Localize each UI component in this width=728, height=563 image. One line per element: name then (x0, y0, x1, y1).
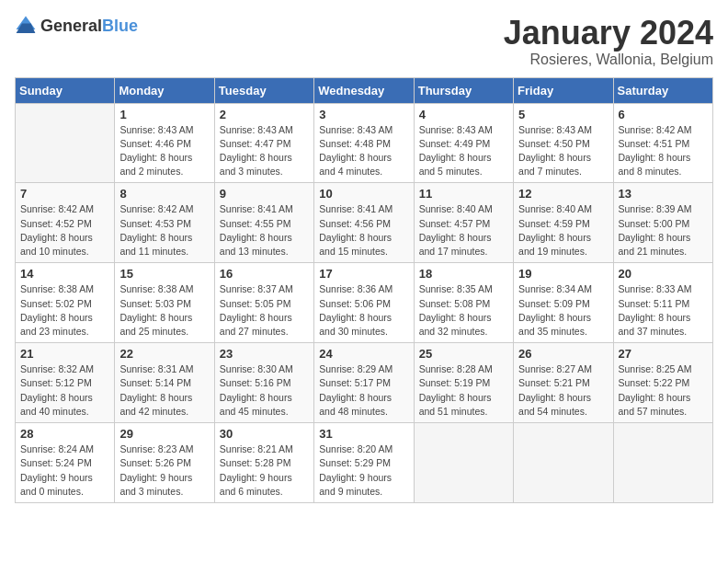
day-number: 17 (319, 267, 408, 281)
logo-icon (15, 15, 37, 37)
day-info: Sunrise: 8:20 AMSunset: 5:29 PMDaylight:… (319, 442, 408, 499)
day-info: Sunrise: 8:25 AMSunset: 5:22 PMDaylight:… (619, 362, 708, 419)
day-cell: 13Sunrise: 8:39 AMSunset: 5:00 PMDayligh… (613, 183, 712, 263)
day-cell: 16Sunrise: 8:37 AMSunset: 5:05 PMDayligh… (214, 263, 313, 343)
day-info: Sunrise: 8:41 AMSunset: 4:56 PMDaylight:… (319, 202, 408, 259)
day-number: 26 (518, 347, 608, 361)
day-info: Sunrise: 8:43 AMSunset: 4:49 PMDaylight:… (419, 123, 508, 179)
day-info: Sunrise: 8:41 AMSunset: 4:55 PMDaylight:… (220, 202, 309, 259)
day-info: Sunrise: 8:42 AMSunset: 4:51 PMDaylight:… (619, 123, 708, 179)
weekday-header-tuesday: Tuesday (214, 77, 313, 103)
day-cell: 14Sunrise: 8:38 AMSunset: 5:02 PMDayligh… (16, 263, 115, 343)
day-info: Sunrise: 8:43 AMSunset: 4:47 PMDaylight:… (220, 123, 309, 179)
day-number: 4 (419, 108, 508, 121)
day-number: 27 (619, 347, 708, 361)
day-cell: 31Sunrise: 8:20 AMSunset: 5:29 PMDayligh… (314, 423, 414, 503)
day-info: Sunrise: 8:24 AMSunset: 5:24 PMDaylight:… (20, 442, 109, 499)
day-cell: 27Sunrise: 8:25 AMSunset: 5:22 PMDayligh… (613, 343, 712, 423)
logo-text-general: General (40, 17, 102, 35)
day-cell: 15Sunrise: 8:38 AMSunset: 5:03 PMDayligh… (115, 263, 214, 343)
logo-text-blue: Blue (102, 17, 138, 35)
day-info: Sunrise: 8:43 AMSunset: 4:50 PMDaylight:… (518, 123, 608, 179)
day-cell (613, 423, 712, 503)
day-info: Sunrise: 8:34 AMSunset: 5:09 PMDaylight:… (518, 282, 608, 339)
title-block: January 2024 Rosieres, Wallonia, Belgium (504, 15, 713, 68)
day-cell: 18Sunrise: 8:35 AMSunset: 5:08 PMDayligh… (414, 263, 513, 343)
day-number: 28 (20, 427, 109, 441)
day-cell (414, 423, 513, 503)
day-info: Sunrise: 8:43 AMSunset: 4:46 PMDaylight:… (119, 123, 209, 179)
day-cell: 30Sunrise: 8:21 AMSunset: 5:28 PMDayligh… (214, 423, 313, 503)
day-number: 8 (119, 187, 209, 201)
day-number: 29 (119, 427, 209, 441)
day-info: Sunrise: 8:23 AMSunset: 5:26 PMDaylight:… (119, 442, 209, 499)
weekday-header-wednesday: Wednesday (314, 77, 414, 103)
day-cell: 23Sunrise: 8:30 AMSunset: 5:16 PMDayligh… (214, 343, 313, 423)
day-cell: 6Sunrise: 8:42 AMSunset: 4:51 PMDaylight… (613, 103, 712, 183)
day-cell: 22Sunrise: 8:31 AMSunset: 5:14 PMDayligh… (115, 343, 214, 423)
day-cell: 8Sunrise: 8:42 AMSunset: 4:53 PMDaylight… (115, 183, 214, 263)
day-info: Sunrise: 8:38 AMSunset: 5:03 PMDaylight:… (119, 282, 209, 339)
day-info: Sunrise: 8:30 AMSunset: 5:16 PMDaylight:… (220, 362, 309, 419)
day-info: Sunrise: 8:37 AMSunset: 5:05 PMDaylight:… (220, 282, 309, 339)
day-number: 18 (419, 267, 508, 281)
day-info: Sunrise: 8:28 AMSunset: 5:19 PMDaylight:… (419, 362, 508, 419)
weekday-header-sunday: Sunday (16, 77, 115, 103)
week-row-1: 1Sunrise: 8:43 AMSunset: 4:46 PMDaylight… (16, 103, 713, 183)
day-info: Sunrise: 8:27 AMSunset: 5:21 PMDaylight:… (518, 362, 608, 419)
week-row-4: 21Sunrise: 8:32 AMSunset: 5:12 PMDayligh… (16, 343, 713, 423)
day-number: 14 (20, 267, 109, 281)
day-number: 10 (319, 187, 408, 201)
day-cell: 5Sunrise: 8:43 AMSunset: 4:50 PMDaylight… (514, 103, 613, 183)
day-number: 5 (518, 108, 608, 121)
day-cell: 17Sunrise: 8:36 AMSunset: 5:06 PMDayligh… (314, 263, 414, 343)
weekday-header-saturday: Saturday (613, 77, 712, 103)
day-number: 19 (518, 267, 608, 281)
day-cell: 9Sunrise: 8:41 AMSunset: 4:55 PMDaylight… (214, 183, 313, 263)
day-cell: 26Sunrise: 8:27 AMSunset: 5:21 PMDayligh… (514, 343, 613, 423)
day-number: 15 (119, 267, 209, 281)
page-header: GeneralBlue January 2024 Rosieres, Wallo… (15, 15, 713, 68)
day-number: 2 (220, 108, 309, 121)
weekday-header-friday: Friday (514, 77, 613, 103)
month-title: January 2024 (504, 15, 713, 52)
day-number: 24 (319, 347, 408, 361)
day-number: 31 (319, 427, 408, 441)
day-cell: 20Sunrise: 8:33 AMSunset: 5:11 PMDayligh… (613, 263, 712, 343)
day-cell: 21Sunrise: 8:32 AMSunset: 5:12 PMDayligh… (16, 343, 115, 423)
day-number: 20 (619, 267, 708, 281)
day-info: Sunrise: 8:36 AMSunset: 5:06 PMDaylight:… (319, 282, 408, 339)
day-info: Sunrise: 8:39 AMSunset: 5:00 PMDaylight:… (619, 202, 708, 259)
calendar-table: SundayMondayTuesdayWednesdayThursdayFrid… (15, 77, 713, 503)
day-info: Sunrise: 8:32 AMSunset: 5:12 PMDaylight:… (20, 362, 109, 419)
day-info: Sunrise: 8:42 AMSunset: 4:52 PMDaylight:… (20, 202, 109, 259)
weekday-header-monday: Monday (115, 77, 214, 103)
day-number: 12 (518, 187, 608, 201)
day-number: 25 (419, 347, 508, 361)
weekday-header-thursday: Thursday (414, 77, 513, 103)
logo: GeneralBlue (15, 15, 138, 37)
day-cell (514, 423, 613, 503)
day-number: 22 (119, 347, 209, 361)
day-info: Sunrise: 8:43 AMSunset: 4:48 PMDaylight:… (319, 123, 408, 179)
day-cell: 2Sunrise: 8:43 AMSunset: 4:47 PMDaylight… (214, 103, 313, 183)
day-cell: 19Sunrise: 8:34 AMSunset: 5:09 PMDayligh… (514, 263, 613, 343)
day-cell: 11Sunrise: 8:40 AMSunset: 4:57 PMDayligh… (414, 183, 513, 263)
day-cell: 1Sunrise: 8:43 AMSunset: 4:46 PMDaylight… (115, 103, 214, 183)
day-cell: 7Sunrise: 8:42 AMSunset: 4:52 PMDaylight… (16, 183, 115, 263)
day-number: 21 (20, 347, 109, 361)
day-number: 6 (619, 108, 708, 121)
day-number: 3 (319, 108, 408, 121)
day-cell (16, 103, 115, 183)
weekday-header-row: SundayMondayTuesdayWednesdayThursdayFrid… (16, 77, 713, 103)
day-cell: 10Sunrise: 8:41 AMSunset: 4:56 PMDayligh… (314, 183, 414, 263)
day-cell: 12Sunrise: 8:40 AMSunset: 4:59 PMDayligh… (514, 183, 613, 263)
location-title: Rosieres, Wallonia, Belgium (504, 52, 713, 68)
day-info: Sunrise: 8:31 AMSunset: 5:14 PMDaylight:… (119, 362, 209, 419)
week-row-2: 7Sunrise: 8:42 AMSunset: 4:52 PMDaylight… (16, 183, 713, 263)
day-info: Sunrise: 8:21 AMSunset: 5:28 PMDaylight:… (220, 442, 309, 499)
day-number: 13 (619, 187, 708, 201)
day-number: 23 (220, 347, 309, 361)
day-number: 9 (220, 187, 309, 201)
day-info: Sunrise: 8:29 AMSunset: 5:17 PMDaylight:… (319, 362, 408, 419)
